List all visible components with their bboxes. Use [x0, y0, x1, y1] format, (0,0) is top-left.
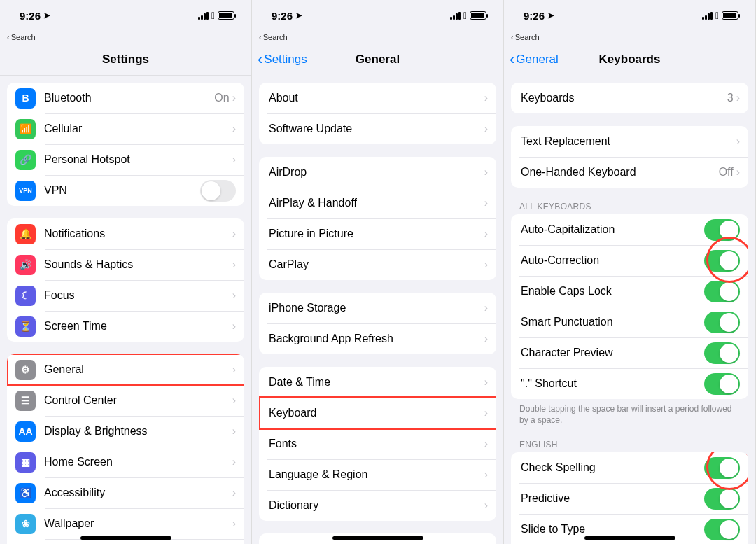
settings-screen: 9:26➤ 􀙇 ‹Search Settings BBluetoothOn›📶C… — [0, 0, 252, 544]
toggle[interactable] — [704, 519, 740, 540]
row-fonts[interactable]: Fonts› — [259, 428, 496, 459]
row-label: Focus — [44, 289, 232, 302]
row-general[interactable]: ⚙General› — [7, 354, 244, 385]
row-label: Dictionary — [269, 499, 484, 512]
back-button[interactable]: ‹Settings — [258, 52, 307, 67]
home-indicator[interactable] — [80, 536, 172, 540]
row-character-preview[interactable]: Character Preview — [511, 337, 748, 368]
row-label: Screen Time — [44, 320, 232, 333]
breadcrumb[interactable]: ‹Search — [0, 31, 251, 43]
home-icon: ▦ — [15, 452, 36, 473]
row-label: Notifications — [44, 228, 232, 240]
row-predictive[interactable]: Predictive — [511, 483, 748, 514]
all-keyboards-group: Auto-CapitalizationAuto-CorrectionEnable… — [511, 214, 748, 399]
row-vpn[interactable]: VPNVPN — [7, 175, 244, 206]
row-check-spelling[interactable]: Check Spelling — [511, 452, 748, 483]
row-software-update[interactable]: Software Update› — [259, 113, 496, 144]
row-control[interactable]: ☰Control Center› — [7, 385, 244, 416]
toggle[interactable] — [704, 488, 740, 510]
row-cellular[interactable]: 📶Cellular› — [7, 113, 244, 144]
row-text-replacement[interactable]: Text Replacement› — [511, 126, 748, 157]
row--shortcut[interactable]: "." Shortcut — [511, 368, 748, 399]
row-focus[interactable]: ☾Focus› — [7, 280, 244, 311]
row-auto-correction[interactable]: Auto-Correction — [511, 245, 748, 276]
about-group: About›Software Update› — [259, 83, 496, 144]
sounds-icon: 🔊 — [15, 255, 36, 275]
english-group: Check SpellingPredictiveSlide to TypeDel… — [511, 452, 748, 544]
row-carplay[interactable]: CarPlay› — [259, 249, 496, 280]
row-screentime[interactable]: ⏳Screen Time› — [7, 311, 244, 342]
chevron-right-icon: › — [484, 499, 488, 512]
home-indicator[interactable] — [332, 536, 424, 540]
row-siri[interactable]: ◉Siri & Search› — [7, 539, 244, 544]
notifications-icon: 🔔 — [15, 224, 36, 244]
toggle[interactable] — [200, 180, 236, 202]
chevron-left-icon: ‹ — [510, 52, 514, 67]
nav-bar: Settings — [0, 43, 251, 76]
row-airdrop[interactable]: AirDrop› — [259, 157, 496, 188]
chevron-left-icon: ‹ — [259, 33, 262, 41]
toggle[interactable] — [704, 250, 740, 272]
back-button[interactable]: ‹General — [510, 52, 559, 67]
cellular-icon: 📶 — [15, 119, 36, 139]
chevron-right-icon: › — [232, 320, 236, 333]
row-label: Bluetooth — [44, 92, 214, 104]
row-auto-capitalization[interactable]: Auto-Capitalization — [511, 214, 748, 245]
chevron-right-icon: › — [484, 123, 488, 135]
row-label: AirPlay & Handoff — [269, 197, 484, 209]
row-enable-caps-lock[interactable]: Enable Caps Lock — [511, 276, 748, 307]
row-value: On — [214, 92, 229, 104]
chevron-right-icon: › — [484, 438, 488, 450]
row-keyboard[interactable]: Keyboard› — [259, 398, 496, 428]
row-label: Fonts — [269, 438, 484, 450]
row-dictionary[interactable]: Dictionary› — [259, 490, 496, 521]
signal-icon — [198, 12, 209, 20]
row-sounds[interactable]: 🔊Sounds & Haptics› — [7, 249, 244, 280]
toggle[interactable] — [704, 312, 740, 333]
chevron-right-icon: › — [484, 92, 488, 104]
row-background-app-refresh[interactable]: Background App Refresh› — [259, 323, 496, 354]
row-notifications[interactable]: 🔔Notifications› — [7, 218, 244, 249]
chevron-left-icon: ‹ — [511, 33, 514, 41]
toggle[interactable] — [704, 281, 740, 302]
notifications-group: 🔔Notifications›🔊Sounds & Haptics›☾Focus›… — [7, 218, 244, 342]
row-accessibility[interactable]: ♿Accessibility› — [7, 477, 244, 508]
toggle[interactable] — [704, 457, 740, 479]
row-bluetooth[interactable]: BBluetoothOn› — [7, 83, 244, 113]
airdrop-group: AirDrop›AirPlay & Handoff›Picture in Pic… — [259, 157, 496, 280]
toggle[interactable] — [704, 373, 740, 395]
row-picture-in-picture[interactable]: Picture in Picture› — [259, 218, 496, 249]
row-label: Control Center — [44, 394, 232, 407]
chevron-right-icon: › — [484, 376, 488, 389]
row-date-time[interactable]: Date & Time› — [259, 367, 496, 398]
row-airplay-handoff[interactable]: AirPlay & Handoff› — [259, 188, 496, 218]
row-keyboards[interactable]: Keyboards3› — [511, 83, 748, 113]
row-one-handed-keyboard[interactable]: One-Handed KeyboardOff› — [511, 157, 748, 188]
chevron-right-icon: › — [484, 228, 488, 240]
row-label: Text Replacement — [521, 135, 736, 148]
row-label: Language & Region — [269, 468, 484, 481]
page-title: Settings — [102, 53, 149, 67]
breadcrumb[interactable]: ‹Search — [504, 31, 755, 43]
row-iphone-storage[interactable]: iPhone Storage› — [259, 293, 496, 323]
page-title: General — [356, 53, 400, 67]
status-bar: 9:26➤ 􀙇 — [252, 0, 503, 31]
row-hotspot[interactable]: 🔗Personal Hotspot› — [7, 144, 244, 175]
wifi-icon: 􀙇 — [211, 10, 215, 21]
toggle[interactable] — [704, 219, 740, 241]
row-label: CarPlay — [269, 258, 484, 271]
row-about[interactable]: About› — [259, 83, 496, 113]
breadcrumb[interactable]: ‹Search — [252, 31, 503, 43]
status-bar: 9:26➤ 􀙇 — [0, 0, 251, 31]
row-smart-punctuation[interactable]: Smart Punctuation — [511, 307, 748, 337]
row-home[interactable]: ▦Home Screen› — [7, 447, 244, 477]
home-indicator[interactable] — [584, 536, 676, 540]
row-display[interactable]: AADisplay & Brightness› — [7, 416, 244, 447]
keyboards-list-group: Keyboards3› — [511, 83, 748, 113]
toggle[interactable] — [704, 342, 740, 364]
chevron-right-icon: › — [232, 425, 236, 438]
focus-icon: ☾ — [15, 286, 36, 306]
row-wallpaper[interactable]: ❀Wallpaper› — [7, 508, 244, 539]
status-time: 9:26 — [272, 10, 293, 22]
row-language-region[interactable]: Language & Region› — [259, 459, 496, 490]
